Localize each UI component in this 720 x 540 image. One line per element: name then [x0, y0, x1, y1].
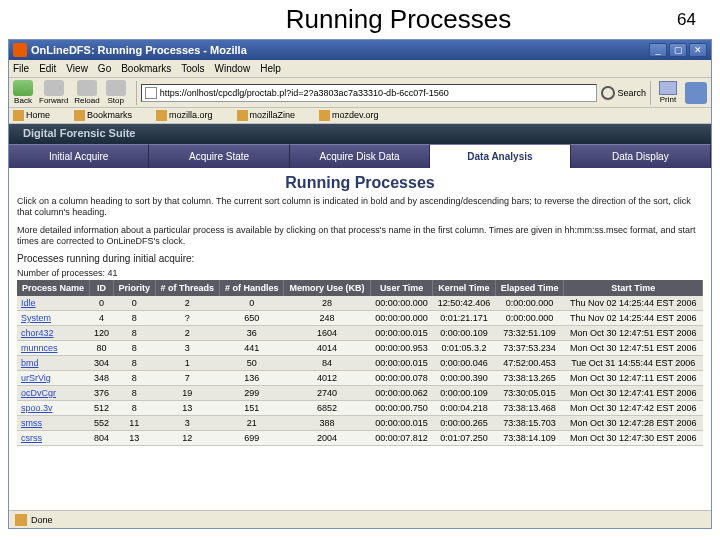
process-link[interactable]: munnces	[21, 343, 58, 353]
col-name[interactable]: Process Name	[17, 280, 90, 296]
search-icon	[601, 86, 615, 100]
page-title: Running Processes	[17, 174, 703, 192]
home-link[interactable]: Home	[13, 110, 62, 121]
cell-name[interactable]: chor432	[17, 326, 90, 341]
col-kernel-time[interactable]: Kernel Time	[433, 280, 495, 296]
cell-pri: 11	[113, 416, 155, 431]
minimize-button[interactable]: _	[649, 43, 667, 57]
cell-name[interactable]: munnces	[17, 341, 90, 356]
print-button[interactable]: Print	[659, 81, 677, 104]
cell-name[interactable]: bmd	[17, 356, 90, 371]
process-link[interactable]: Idle	[21, 298, 36, 308]
menubar: File Edit View Go Bookmarks Tools Window…	[9, 60, 711, 78]
status-bar: Done	[9, 510, 711, 528]
cell-name[interactable]: spoo.3v	[17, 401, 90, 416]
bookmarks-link[interactable]: Bookmarks	[74, 110, 144, 121]
cell-name[interactable]: ocDvCgr	[17, 386, 90, 401]
tab-initial-acquire[interactable]: Initial Acquire	[9, 144, 149, 168]
table-row: csrss8041312699200400:00:07.8120:01:07.2…	[17, 431, 703, 446]
cell-name[interactable]: Idle	[17, 296, 90, 311]
cell-name[interactable]: System	[17, 311, 90, 326]
cell-mem: 248	[284, 311, 371, 326]
tab-data-display[interactable]: Data Display	[571, 144, 711, 168]
url-text: https://onlhost/cpcdlg/proctab.pl?id=2?a…	[160, 88, 449, 98]
link-icon	[237, 110, 248, 121]
maximize-button[interactable]: ▢	[669, 43, 687, 57]
process-link[interactable]: bmd	[21, 358, 39, 368]
forward-button[interactable]: Forward	[39, 80, 68, 105]
cell-st: Mon Oct 30 12:47:41 EST 2006	[564, 386, 703, 401]
menu-window[interactable]: Window	[215, 63, 251, 74]
stop-icon	[106, 80, 126, 96]
table-row: spoo.3v512813151685200:00:00.7500:00:04.…	[17, 401, 703, 416]
slide-title: Running Processes	[0, 4, 677, 35]
cell-pri: 8	[113, 371, 155, 386]
menu-help[interactable]: Help	[260, 63, 281, 74]
window-title: OnLineDFS: Running Processes - Mozilla	[31, 44, 649, 56]
reload-button[interactable]: Reload	[74, 80, 99, 105]
menu-edit[interactable]: Edit	[39, 63, 56, 74]
menu-go[interactable]: Go	[98, 63, 111, 74]
menu-tools[interactable]: Tools	[181, 63, 204, 74]
table-row: Idle00202800:00:00.00012:50:42.4060:00:0…	[17, 296, 703, 311]
col-user-time[interactable]: User Time	[370, 280, 432, 296]
cell-thr: 12	[155, 431, 219, 446]
cell-et: 0:00:00.000	[495, 311, 564, 326]
cell-id: 552	[90, 416, 114, 431]
section-label: Processes running during initial acquire…	[17, 253, 703, 264]
cell-ut: 00:00:00.953	[370, 341, 432, 356]
process-link[interactable]: csrss	[21, 433, 42, 443]
process-link[interactable]: spoo.3v	[21, 403, 53, 413]
process-link[interactable]: chor432	[21, 328, 54, 338]
process-link[interactable]: urSrVig	[21, 373, 51, 383]
search-button[interactable]: Search	[601, 86, 646, 100]
cell-name[interactable]: smss	[17, 416, 90, 431]
col-handles[interactable]: # of Handles	[219, 280, 283, 296]
menu-view[interactable]: View	[66, 63, 88, 74]
col-threads[interactable]: # of Threads	[155, 280, 219, 296]
col-memory[interactable]: Memory Use (KB)	[284, 280, 371, 296]
cell-id: 376	[90, 386, 114, 401]
process-count: Number of processes: 41	[17, 268, 703, 278]
cell-mem: 4012	[284, 371, 371, 386]
cell-st: Thu Nov 02 14:25:44 EST 2006	[564, 296, 703, 311]
menu-bookmarks[interactable]: Bookmarks	[121, 63, 171, 74]
menu-file[interactable]: File	[13, 63, 29, 74]
cell-thr: 3	[155, 416, 219, 431]
process-link[interactable]: ocDvCgr	[21, 388, 56, 398]
cell-ut: 00:00:00.750	[370, 401, 432, 416]
process-link[interactable]: System	[21, 313, 51, 323]
process-link[interactable]: smss	[21, 418, 42, 428]
instructions-1: Click on a column heading to sort by tha…	[17, 196, 703, 219]
col-priority[interactable]: Priority	[113, 280, 155, 296]
cell-st: Mon Oct 30 12:47:51 EST 2006	[564, 326, 703, 341]
mozillazine-link[interactable]: mozillaZine	[237, 110, 308, 121]
close-button[interactable]: ✕	[689, 43, 707, 57]
tab-data-analysis[interactable]: Data Analysis	[430, 144, 570, 168]
cell-thr: 7	[155, 371, 219, 386]
cell-et: 73:38:13.468	[495, 401, 564, 416]
cell-name[interactable]: urSrVig	[17, 371, 90, 386]
cell-name[interactable]: csrss	[17, 431, 90, 446]
url-bar[interactable]: https://onlhost/cpcdlg/proctab.pl?id=2?a…	[141, 84, 598, 102]
cell-mem: 2004	[284, 431, 371, 446]
page-content: Running Processes Click on a column head…	[9, 168, 711, 450]
cell-kt: 12:50:42.406	[433, 296, 495, 311]
cell-st: Mon Oct 30 12:47:28 EST 2006	[564, 416, 703, 431]
stop-button[interactable]: Stop	[106, 80, 126, 105]
col-id[interactable]: ID	[90, 280, 114, 296]
cell-et: 0:00:00.000	[495, 296, 564, 311]
tab-acquire-state[interactable]: Acquire State	[149, 144, 289, 168]
back-button[interactable]: Back	[13, 80, 33, 105]
col-start-time[interactable]: Start Time	[564, 280, 703, 296]
folder-icon	[74, 110, 85, 121]
cell-st: Tue Oct 31 14:55:44 EST 2006	[564, 356, 703, 371]
mozdev-link[interactable]: mozdev.org	[319, 110, 390, 121]
tab-acquire-disk[interactable]: Acquire Disk Data	[290, 144, 430, 168]
mozilla-link[interactable]: mozilla.org	[156, 110, 225, 121]
cell-kt: 0:00:04.218	[433, 401, 495, 416]
cell-id: 4	[90, 311, 114, 326]
col-elapsed-time[interactable]: Elapsed Time	[495, 280, 564, 296]
cell-han: 650	[219, 311, 283, 326]
cell-han: 21	[219, 416, 283, 431]
